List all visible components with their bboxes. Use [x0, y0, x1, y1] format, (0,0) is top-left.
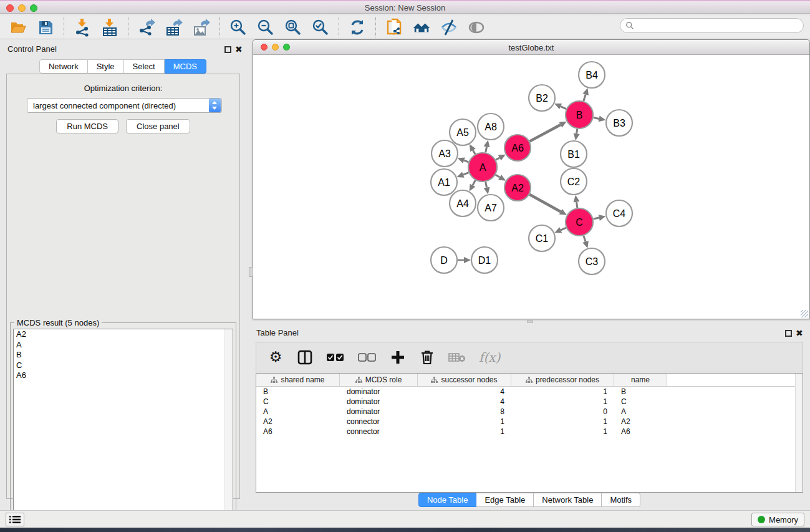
- tab-style[interactable]: Style: [88, 59, 124, 74]
- add-column-icon[interactable]: [390, 348, 406, 367]
- graph-node-label: B2: [536, 93, 548, 104]
- float-panel-icon[interactable]: [224, 46, 231, 53]
- graph-edge-A-A4[interactable]: [473, 180, 475, 185]
- search-input[interactable]: [634, 21, 803, 30]
- table-row[interactable]: A2connector11A2: [256, 417, 803, 427]
- float-table-panel-icon[interactable]: [785, 330, 792, 337]
- graph-edge-B-B4[interactable]: [584, 94, 586, 101]
- import-table-icon[interactable]: [100, 18, 119, 37]
- tab-select[interactable]: Select: [124, 59, 165, 74]
- close-table-panel-icon[interactable]: ✖: [796, 328, 803, 338]
- hide-selected-icon[interactable]: [440, 18, 458, 37]
- vertical-splitter-handle[interactable]: [249, 267, 253, 277]
- resize-grip-icon[interactable]: [801, 310, 808, 317]
- result-list-scrollbar[interactable]: [224, 329, 233, 531]
- graph-edge-B-B3[interactable]: [594, 118, 599, 119]
- export-network-icon[interactable]: [137, 18, 156, 37]
- result-list-item[interactable]: A6: [14, 370, 233, 381]
- close-panel-button[interactable]: Close panel: [126, 119, 190, 133]
- deselect-all-checkboxes-icon[interactable]: [358, 348, 377, 367]
- memory-button[interactable]: Memory: [751, 513, 804, 526]
- delete-table-icon: [448, 348, 466, 367]
- graph-node-label: D1: [478, 255, 491, 266]
- tab-network[interactable]: Network: [39, 59, 88, 74]
- table-row[interactable]: Cdominator41C: [256, 397, 803, 407]
- delete-column-icon[interactable]: [419, 348, 435, 367]
- network-canvas[interactable]: AA6A2BCA1A3A5A8A4A7B2B4B3B1C2C4C1C3DD1: [254, 55, 809, 319]
- table-cell: 1: [511, 417, 614, 427]
- zoom-out-icon[interactable]: [256, 18, 275, 37]
- column-header-name[interactable]: name: [614, 374, 667, 386]
- select-all-checkboxes-icon[interactable]: [326, 348, 345, 367]
- show-eye-icon[interactable]: [467, 18, 486, 37]
- result-list-item[interactable]: C: [14, 360, 233, 371]
- import-network-icon[interactable]: [73, 18, 92, 37]
- mcds-result-list[interactable]: A2ABCA6: [13, 329, 233, 531]
- zoom-in-icon[interactable]: [229, 18, 248, 37]
- close-panel-icon[interactable]: ✖: [235, 44, 243, 54]
- graph-edge-B-B1[interactable]: [577, 129, 577, 134]
- table-cell: A: [256, 407, 340, 417]
- gear-icon[interactable]: ⚙: [268, 348, 284, 367]
- table-row[interactable]: Bdominator41B: [256, 387, 803, 397]
- status-bar: Memory: [0, 510, 810, 528]
- table-cell: dominator: [340, 407, 418, 417]
- table-scrollbar[interactable]: [795, 374, 803, 492]
- graph-node-label: A: [480, 162, 486, 173]
- export-table-icon[interactable]: [165, 18, 183, 37]
- tab-mcds[interactable]: MCDS: [165, 59, 206, 74]
- graph-edge-A2-C[interactable]: [529, 195, 561, 212]
- graph-edge-C-C3[interactable]: [584, 236, 586, 242]
- table-cell: 8: [418, 407, 511, 417]
- graph-node-label: A4: [456, 198, 469, 209]
- graph-edge-A-A5[interactable]: [473, 150, 475, 155]
- table-row[interactable]: Adominator80A: [256, 407, 803, 417]
- task-history-button[interactable]: [6, 513, 24, 526]
- network-view-window: testGlobe.txt AA6A2BCA1A3A5A8A4A7B2B4B3B…: [253, 39, 810, 319]
- criterion-value: largest connected component (directed): [27, 101, 209, 110]
- table-panel: Table Panel ✖ ⚙ f(x): [249, 323, 810, 508]
- network-window-titlebar[interactable]: testGlobe.txt: [253, 40, 809, 55]
- run-mcds-button[interactable]: Run MCDS: [56, 119, 118, 133]
- control-panel-title: Control Panel: [7, 44, 57, 54]
- open-file-icon[interactable]: [9, 18, 27, 37]
- column-header-mcds-role[interactable]: MCDS role: [340, 374, 418, 386]
- tab-motifs[interactable]: Motifs: [602, 493, 640, 507]
- graph-edge-A-A2[interactable]: [496, 175, 500, 177]
- graph-edge-A-A8[interactable]: [486, 147, 487, 152]
- table-cell: 4: [418, 387, 511, 397]
- graph-edge-A-A1[interactable]: [463, 173, 469, 175]
- main-toolbar: [0, 16, 810, 39]
- column-header-successor-nodes[interactable]: successor nodes: [418, 374, 511, 386]
- graph-edge-A-A7[interactable]: [486, 182, 487, 188]
- zoom-selected-icon[interactable]: [311, 18, 330, 37]
- search-field[interactable]: [620, 18, 804, 33]
- column-header-shared-name[interactable]: shared name: [256, 374, 340, 386]
- result-list-item[interactable]: B: [14, 350, 233, 360]
- save-session-icon[interactable]: [36, 18, 55, 37]
- graph-edge-C-C4[interactable]: [593, 218, 599, 219]
- graph-edge-C-C1[interactable]: [561, 228, 566, 230]
- column-header-predecessor-nodes[interactable]: predecessor nodes: [511, 374, 614, 386]
- graph-edge-A-A3[interactable]: [464, 160, 468, 162]
- columns-icon[interactable]: [297, 348, 313, 367]
- graph-edge-A-A6[interactable]: [496, 158, 499, 160]
- table-row[interactable]: A6connector11A6: [256, 427, 803, 437]
- node-table: shared nameMCDS rolesuccessor nodesprede…: [256, 373, 803, 493]
- duplicate-network-icon[interactable]: [385, 18, 403, 37]
- export-image-icon[interactable]: [192, 18, 211, 37]
- tab-node-table[interactable]: Node Table: [418, 493, 477, 507]
- tab-edge-table[interactable]: Edge Table: [476, 493, 534, 507]
- result-list-item[interactable]: A: [14, 340, 233, 351]
- criterion-dropdown[interactable]: largest connected component (directed): [27, 98, 222, 113]
- graph-node-label: A6: [511, 143, 524, 153]
- result-list-item[interactable]: A2: [14, 329, 233, 340]
- graph-edge-B-B2[interactable]: [561, 107, 566, 109]
- graph-edge-A6-B[interactable]: [529, 125, 561, 142]
- tab-network-table[interactable]: Network Table: [534, 493, 602, 507]
- refresh-icon[interactable]: [348, 18, 367, 37]
- table-cell: A6: [256, 427, 340, 437]
- graph-edge-C-C2[interactable]: [577, 202, 577, 208]
- zoom-fit-icon[interactable]: [284, 18, 302, 37]
- home-icon[interactable]: [412, 18, 431, 37]
